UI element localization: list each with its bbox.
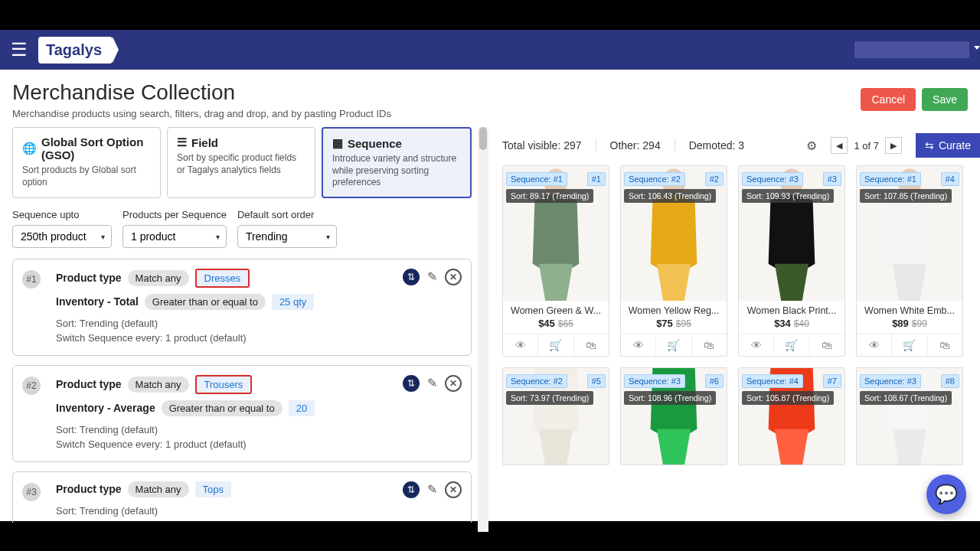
list-icon: ☰ [177,135,187,149]
product-title: Women Green & W... [503,301,609,318]
rank-badge: #8 [941,374,959,388]
product-card[interactable]: Sequence: #2 #5 Sort: 73.97 (Trending) [502,367,609,465]
cancel-button[interactable]: Cancel [861,88,916,111]
sort-badge: Sort: 106.43 (Trending) [624,189,716,203]
cart-icon[interactable]: 🛒 [656,334,691,356]
cart-icon[interactable]: 🛒 [774,334,809,356]
seq-upto-select[interactable]: 250th product▾ [12,225,112,248]
inventory-value-chip[interactable]: 25 qty [272,294,314,310]
eye-icon[interactable]: 👁 [739,334,774,356]
chat-icon: 💬 [935,484,958,505]
sort-badge: Sort: 107.85 (Trending) [860,189,952,203]
edit-icon[interactable]: ✎ [427,269,437,284]
sequence-badge: Sequence: #2 [506,374,567,388]
delete-icon[interactable]: ✕ [445,481,462,498]
eye-icon[interactable]: 👁 [857,334,892,356]
product-title: Women White Emb... [857,301,962,318]
default-sort-select[interactable]: Trending▾ [237,225,337,248]
total-visible: Total visible: 297 [502,139,582,152]
rank-badge: #6 [705,374,724,388]
product-title: Women Black Print... [739,301,844,318]
product-card[interactable]: Sequence: #1 #4 Sort: 107.85 (Trending) … [856,165,963,357]
product-card[interactable]: Sequence: #3 #3 Sort: 109.93 (Trending) … [738,165,845,357]
edit-icon[interactable]: ✎ [427,482,437,497]
product-type-label: Product type [56,272,122,284]
product-type-label: Product type [56,483,122,495]
bag-icon[interactable]: 🛍 [574,334,609,356]
product-card[interactable]: Sequence: #2 #2 Sort: 106.43 (Trending) … [620,165,727,357]
eye-icon[interactable]: 👁 [503,334,538,356]
type-value-chip[interactable]: Trousers [195,375,253,394]
rank-badge: #5 [587,374,606,388]
product-image: Sequence: #2 #2 Sort: 106.43 (Trending) [621,166,727,301]
scrollbar[interactable] [478,127,488,532]
delete-icon[interactable]: ✕ [445,375,462,392]
cart-icon[interactable]: 🛒 [538,334,573,356]
save-button[interactable]: Save [922,88,968,111]
type-value-chip[interactable]: Tops [195,481,231,497]
chevron-down-icon: ▾ [101,232,105,240]
chevron-down-icon: ▾ [216,232,220,240]
tab-field[interactable]: ☰Field Sort by specific product fields o… [167,127,315,198]
inventory-op-chip[interactable]: Greater than or equal to [145,294,266,310]
sequence-badge: Sequence: #3 [624,374,685,388]
edit-icon[interactable]: ✎ [427,376,437,390]
bag-icon[interactable]: 🛍 [928,334,962,356]
bag-icon[interactable]: 🛍 [810,334,844,356]
product-card[interactable]: Sequence: #3 #6 Sort: 108.96 (Trending) [620,367,727,465]
delete-icon[interactable]: ✕ [445,269,462,285]
sequence-badge: Sequence: #1 [506,172,567,186]
sort-badge: Sort: 73.97 (Trending) [506,391,593,405]
rank-badge: #3 [823,172,841,186]
sort-badge: Sort: 89.17 (Trending) [506,189,593,203]
rank-badge: #2 [705,172,724,186]
eye-icon[interactable]: 👁 [621,334,656,356]
rule-meta: Sort: Trending (default) Switch Sequence… [56,422,460,452]
product-price: $45$65 [503,318,609,334]
tab-sequence[interactable]: ▦Sequence Introduce variety and structur… [322,127,472,198]
reorder-icon[interactable]: ⇅ [403,375,420,392]
rule-card: #2 ⇅ ✎ ✕ Product type Match any Trousers… [12,365,472,462]
rule-meta: Sort: Trending (default) [56,504,460,519]
next-page-button[interactable]: ▶ [885,137,902,154]
brand-logo[interactable]: Tagalys [38,37,113,64]
rule-card: #1 ⇅ ✎ ✕ Product type Match any Dresses … [12,259,472,356]
reorder-icon[interactable]: ⇅ [403,269,420,285]
cart-icon[interactable]: 🛒 [892,334,927,356]
menu-icon[interactable]: ☰ [11,39,28,60]
product-card[interactable]: Sequence: #3 #8 Sort: 108.67 (Trending) [856,367,963,465]
inventory-op-chip[interactable]: Greater than or equal to [162,400,283,416]
product-image: Sequence: #4 #7 Sort: 105.87 (Trending) [739,368,844,465]
seq-upto-label: Sequence upto [12,209,112,220]
bag-icon[interactable]: 🛍 [692,334,727,356]
product-price: $34$40 [739,318,844,334]
inventory-value-chip[interactable]: 20 [289,400,315,416]
product-image: Sequence: #2 #5 Sort: 73.97 (Trending) [503,368,609,465]
gear-icon[interactable]: ⚙ [806,139,817,153]
inventory-label: Inventory - Total [56,295,139,308]
match-chip[interactable]: Match any [128,377,189,393]
topbar: ☰ Tagalys [0,30,980,70]
prev-page-button[interactable]: ◀ [831,137,848,154]
match-chip[interactable]: Match any [128,270,189,286]
account-dropdown[interactable] [854,41,969,58]
type-value-chip[interactable]: Dresses [195,269,250,288]
chat-widget[interactable]: 💬 [926,474,966,514]
scrollbar-thumb[interactable] [479,127,487,150]
reorder-icon[interactable]: ⇅ [403,481,420,498]
tab-gso[interactable]: 🌐Global Sort Option (GSO) Sort products … [12,127,161,198]
match-chip[interactable]: Match any [128,481,189,497]
sort-option-tabs: 🌐Global Sort Option (GSO) Sort products … [12,127,472,198]
curate-button[interactable]: ⇆Curate [916,133,980,158]
product-card[interactable]: Sequence: #4 #7 Sort: 105.87 (Trending) [738,367,845,465]
rule-card: #3 ⇅ ✎ ✕ Product type Match any Tops Sor… [12,471,472,523]
grid-icon: ▦ [332,136,343,150]
pager: ◀ 1 of 7 ▶ [831,137,902,154]
product-card[interactable]: Sequence: #1 #1 Sort: 89.17 (Trending) W… [502,165,609,357]
per-seq-select[interactable]: 1 product▾ [122,225,227,248]
product-type-label: Product type [56,378,122,390]
product-image: Sequence: #1 #1 Sort: 89.17 (Trending) [503,166,609,301]
rule-number-badge: #1 [22,270,41,289]
rank-badge: #1 [587,172,606,186]
sort-badge: Sort: 105.87 (Trending) [742,391,834,405]
